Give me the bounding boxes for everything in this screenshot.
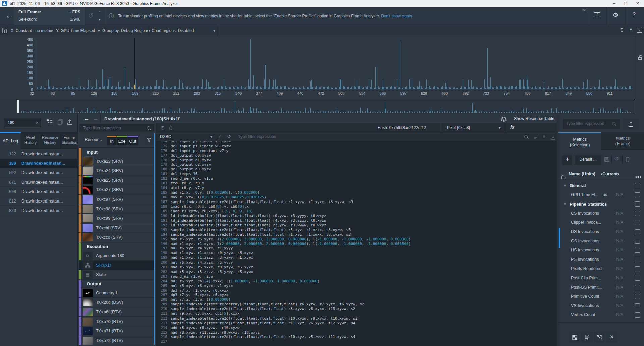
chart-bar[interactable] [76, 88, 77, 89]
chart-bar[interactable] [363, 87, 364, 89]
chart-bar[interactable] [216, 87, 216, 89]
chart-bar[interactable] [142, 88, 143, 89]
pixel-dropdown-icon[interactable]: ▼ [498, 126, 501, 130]
chart-bar[interactable] [295, 87, 296, 89]
chart-bar[interactable] [496, 86, 497, 89]
code-line-191[interactable]: 191ld_indexable(buffer)(float,float,floa… [156, 218, 411, 223]
chart-bar[interactable] [620, 86, 620, 89]
chart-settings-icon[interactable] [2, 28, 6, 33]
code-line-192[interactable]: 192ld_indexable(buffer)(float,float,floa… [156, 223, 411, 228]
chart-bar[interactable] [275, 79, 276, 89]
chart-bar[interactable] [277, 86, 278, 89]
metrics-export-button[interactable] [623, 118, 639, 129]
chart-bar[interactable] [383, 87, 384, 89]
metric-row-post-gs-primit-[interactable]: Post-GS Primit...N/A [558, 283, 644, 292]
chart-bar[interactable] [362, 88, 363, 89]
chart-bar[interactable] [508, 88, 509, 89]
banner-close-icon[interactable]: ✕ [583, 8, 586, 12]
chart-bar[interactable] [560, 88, 561, 89]
chart-bar[interactable] [605, 88, 605, 89]
checkbox[interactable] [635, 229, 640, 234]
chart-bar[interactable] [310, 81, 311, 89]
code-filter-input[interactable]: Type filter expression [238, 134, 276, 139]
chart-bar[interactable] [602, 87, 603, 89]
chart-bar[interactable] [97, 83, 97, 89]
chart-bar[interactable] [528, 86, 529, 89]
tab-api-log[interactable]: API Log [0, 132, 21, 149]
chart-bar[interactable] [272, 86, 273, 89]
chart-bar[interactable] [146, 86, 147, 89]
chart-bar[interactable] [128, 87, 129, 89]
chart-bar[interactable] [366, 87, 367, 89]
chart-bar[interactable] [597, 87, 597, 89]
group-by-dropdown[interactable]: Group by: Debug Regions▼ [102, 25, 149, 36]
chart-bar[interactable] [220, 86, 220, 89]
chart-bar[interactable] [371, 80, 372, 89]
chart-bar[interactable] [457, 88, 458, 89]
code-line-189[interactable]: 189iadd r3.xyzw, r0.xxxx, l(5, 8, 9, 10) [156, 209, 411, 214]
chart-bar[interactable] [53, 86, 54, 89]
chart-bar[interactable] [556, 87, 557, 89]
checkbox[interactable] [635, 266, 640, 271]
reset-metrics-icon[interactable]: ↺ [614, 155, 619, 162]
chart-bar[interactable] [264, 79, 265, 89]
feedback-icon[interactable]: i [594, 12, 600, 17]
pages-icon[interactable] [561, 171, 567, 182]
chart-bar[interactable] [519, 80, 520, 89]
chart-bar[interactable] [150, 86, 151, 89]
chart-bar[interactable] [476, 87, 477, 89]
refresh-icon[interactable]: ↺ [88, 12, 94, 20]
checkbox[interactable] [635, 312, 640, 318]
api-log-filter-input[interactable]: 180 ✕ [4, 118, 42, 127]
code-line-188[interactable]: 188imad r0.x, r0.x, cb0[0].y, cb0[0].x [156, 204, 411, 209]
chart-bar[interactable] [208, 82, 209, 89]
filter-in-button[interactable]: In [107, 136, 116, 145]
chart-bar[interactable] [167, 88, 168, 89]
chart-bar[interactable] [586, 88, 587, 89]
code-line-216[interactable]: 216sample_indexable(texture2d)(float,flo… [156, 335, 411, 339]
chart-bar[interactable] [464, 86, 465, 89]
chart-bar[interactable] [526, 87, 526, 89]
checkbox[interactable] [635, 183, 640, 188]
chart-bar[interactable] [367, 86, 368, 89]
chart-bar[interactable] [609, 86, 609, 89]
chart-bar[interactable] [552, 87, 553, 89]
chart-bar[interactable] [193, 87, 194, 89]
back-icon[interactable]: ← [5, 10, 14, 21]
chart-bar[interactable] [261, 88, 262, 89]
chart-bar[interactable] [408, 86, 408, 89]
chart-bar[interactable] [312, 87, 313, 89]
chart-bar[interactable] [44, 88, 45, 89]
chart-bar[interactable] [540, 86, 541, 89]
chart-bar[interactable] [421, 86, 422, 89]
chart-bar[interactable] [190, 88, 191, 89]
chart-bar[interactable] [182, 83, 183, 89]
chart-bar[interactable] [154, 86, 155, 89]
api-log-row-180[interactable]: 180DrawIndexedInstan... [0, 159, 77, 168]
chart-bar[interactable] [166, 86, 167, 89]
chart-bar[interactable] [555, 87, 556, 89]
api-log-row-671[interactable]: 671DrawIndexedInstan... [0, 178, 77, 187]
chart-bar[interactable] [236, 86, 236, 89]
resource-row-geometry-1[interactable]: Geometry:1 [79, 288, 154, 298]
chart-bar[interactable] [606, 86, 607, 89]
chart-bar[interactable] [157, 87, 157, 89]
chart-bar[interactable] [377, 87, 377, 89]
metrics-scrollbar[interactable] [559, 228, 560, 248]
chart-bar[interactable] [354, 86, 355, 89]
code-line-181[interactable]: 181dcl_temps 16 [156, 172, 411, 176]
chart-bar[interactable] [449, 87, 450, 89]
chart-bar[interactable] [94, 86, 94, 89]
chart-bar[interactable] [202, 79, 203, 89]
delete-preset-icon[interactable] [625, 156, 630, 162]
chart-bar[interactable] [483, 86, 483, 89]
chart-bar[interactable] [64, 88, 65, 89]
chart-bar[interactable] [465, 87, 466, 89]
chart-bar[interactable] [55, 87, 55, 89]
code-line-210[interactable]: 210sample_indexable(texture2d)(float,flo… [156, 307, 411, 311]
chart-bar[interactable] [412, 80, 412, 89]
chart-bar[interactable] [495, 87, 495, 89]
chart-bar[interactable] [131, 87, 132, 89]
chart-bar[interactable] [147, 86, 148, 89]
resource-row-t-0xcbf-srv-[interactable]: T:0xcbf (SRV) [79, 223, 154, 233]
